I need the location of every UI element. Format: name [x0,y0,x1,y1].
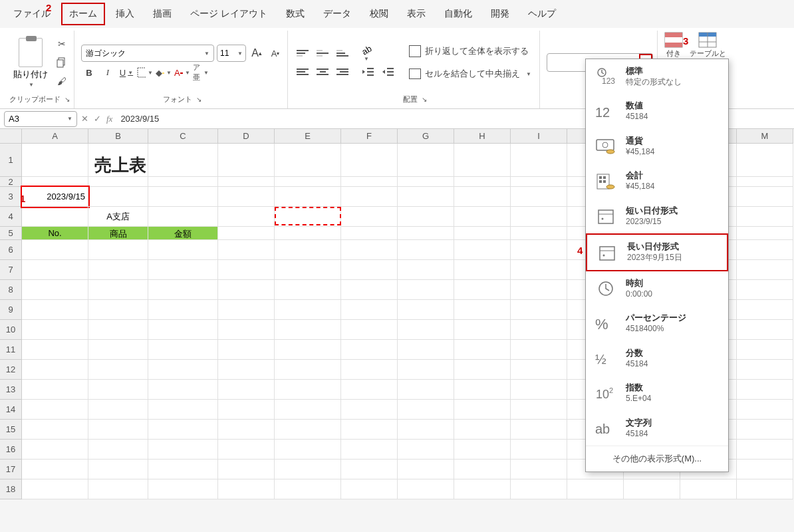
cell-H14[interactable] [454,400,511,420]
row-header-3[interactable]: 3 [0,187,22,207]
cell-E14[interactable] [275,400,341,420]
cell-D7[interactable] [218,260,275,280]
cell-F18[interactable] [341,479,398,499]
cell-I10[interactable] [511,320,567,340]
column-header-D[interactable]: D [218,129,275,144]
cell-M11[interactable] [737,340,793,360]
cell-E18[interactable] [275,479,341,499]
tab-help[interactable]: ヘルプ [520,3,564,25]
cell-M8[interactable] [737,280,793,300]
align-middle-button[interactable] [315,46,331,61]
number-format-item-text[interactable]: ab文字列45184 [586,411,728,446]
cell-E13[interactable] [275,380,341,400]
cell-D6[interactable] [218,240,275,260]
row-header-9[interactable]: 9 [0,300,22,320]
cell-A2[interactable] [22,177,88,187]
cell-C11[interactable] [148,340,218,360]
cell-I3[interactable] [511,187,567,207]
cell-E12[interactable] [275,360,341,380]
cell-H18[interactable] [454,479,511,499]
cell-C10[interactable] [148,320,218,340]
cell-C9[interactable] [148,300,218,320]
number-format-item-percent[interactable]: %パーセンテージ4518400% [586,306,728,340]
decrease-font-button[interactable]: A▾ [267,45,283,61]
cell-F3[interactable] [341,187,398,207]
more-number-formats-item[interactable]: その他の表示形式(M)... [586,446,728,471]
cell-H7[interactable] [454,260,511,280]
cell-F10[interactable] [341,320,398,340]
cell-B1[interactable] [88,144,148,177]
italic-button[interactable]: I [100,65,116,80]
cell-I7[interactable] [511,260,567,280]
cell-I17[interactable] [511,460,567,479]
cell-G14[interactable] [398,400,454,420]
cell-H1[interactable] [454,144,511,177]
tab-page-layout[interactable]: ページ レイアウト [182,3,275,25]
cell-D18[interactable] [218,479,275,499]
cell-D15[interactable] [218,420,275,440]
cell-E8[interactable] [275,280,341,300]
cell-A13[interactable] [22,380,88,400]
cell-G18[interactable] [398,479,454,499]
wrap-text-button[interactable]: 折り返して全体を表示する [405,43,535,60]
cell-M7[interactable] [737,260,793,280]
number-format-item-fraction[interactable]: ½分数45184 [586,341,728,376]
cell-D8[interactable] [218,280,275,300]
cell-B14[interactable] [88,400,148,420]
cell-G15[interactable] [398,420,454,440]
row-header-6[interactable]: 6 [0,240,22,260]
tab-data[interactable]: データ [315,3,359,25]
cell-F4[interactable] [341,207,398,227]
column-header-F[interactable]: F [341,129,398,144]
cell-H10[interactable] [454,320,511,340]
cell-F13[interactable] [341,380,398,400]
cell-C4[interactable] [148,207,218,227]
cell-C1[interactable] [148,144,218,177]
cell-G16[interactable] [398,440,454,460]
cell-D10[interactable] [218,320,275,340]
cell-E5[interactable] [275,227,341,240]
cell-G17[interactable] [398,460,454,479]
fill-color-button[interactable]: ◆ ▼ [156,65,172,80]
align-top-button[interactable] [295,46,311,61]
cell-I15[interactable] [511,420,567,440]
cell-G4[interactable] [398,207,454,227]
cell-E11[interactable] [275,340,341,360]
cell-M2[interactable] [737,177,793,187]
cell-G5[interactable] [398,227,454,240]
cell-A18[interactable] [22,479,88,499]
cell-D14[interactable] [218,400,275,420]
cell-J18[interactable] [567,479,624,499]
cell-B11[interactable] [88,340,148,360]
cell-G2[interactable] [398,177,454,187]
cell-A8[interactable] [22,280,88,300]
cell-M15[interactable] [737,420,793,440]
cell-D11[interactable] [218,340,275,360]
row-header-8[interactable]: 8 [0,280,22,300]
cell-D3[interactable] [218,187,275,207]
cell-A17[interactable] [22,460,88,479]
cell-F17[interactable] [341,460,398,479]
cell-H5[interactable] [454,227,511,240]
cell-C16[interactable] [148,440,218,460]
cell-F2[interactable] [341,177,398,187]
cell-E10[interactable] [275,320,341,340]
row-header-1[interactable]: 1 [0,144,22,177]
cell-M16[interactable] [737,440,793,460]
cell-I11[interactable] [511,340,567,360]
cell-I12[interactable] [511,360,567,380]
cell-B16[interactable] [88,440,148,460]
format-painter-button[interactable]: 🖌 [55,74,69,88]
name-box[interactable]: A3 ▼ [4,111,77,127]
row-header-12[interactable]: 12 [0,360,22,380]
cell-E6[interactable] [275,240,341,260]
cell-A12[interactable] [22,360,88,380]
cell-E3[interactable] [275,187,341,207]
row-header-4[interactable]: 4 [0,207,22,227]
cell-H9[interactable] [454,300,511,320]
cell-H11[interactable] [454,340,511,360]
cell-G7[interactable] [398,260,454,280]
column-header-E[interactable]: E [275,129,341,144]
orientation-button[interactable]: ab ▼ [360,46,376,61]
cell-B12[interactable] [88,360,148,380]
